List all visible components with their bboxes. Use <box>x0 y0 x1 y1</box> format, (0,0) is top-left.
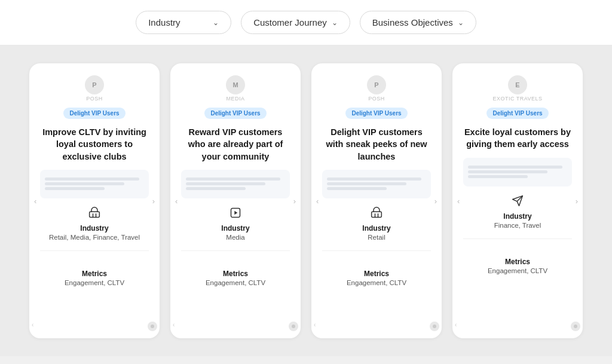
chevron-down-icon: ⌄ <box>213 19 219 27</box>
brand-name: MEDIA <box>226 96 244 102</box>
preview-line <box>327 187 387 190</box>
metrics-value: Engagement, CLTV <box>65 279 124 286</box>
card-next-button[interactable]: › <box>293 197 296 206</box>
svg-rect-0 <box>90 212 100 217</box>
card-title: Improve CLTV by inviting loyal customers… <box>40 126 149 163</box>
card-prev-button[interactable]: ‹ <box>457 197 460 206</box>
card-logo-area: P POSH <box>367 75 386 102</box>
metrics-label: Metrics <box>82 270 107 278</box>
card-logo-area: E EXOTIC TRAVELS <box>492 75 542 102</box>
store-icon <box>88 207 100 222</box>
preview-line <box>468 166 562 169</box>
card-logo-area: M MEDIA <box>226 75 245 102</box>
card-preview <box>181 170 290 198</box>
preview-line <box>186 182 265 185</box>
industry-value: Media <box>226 234 244 241</box>
card-1: ‹ P POSH Delight VIP Users Improve CLTV … <box>29 63 160 338</box>
preview-line <box>186 187 246 190</box>
industry-value: Retail, Media, Finance, Travel <box>49 234 140 241</box>
delight-badge: Delight VIP Users <box>204 108 266 119</box>
divider <box>40 250 149 251</box>
card-prev-button[interactable]: ‹ <box>175 197 178 206</box>
delight-badge: Delight VIP Users <box>486 108 548 119</box>
card-preview <box>322 170 431 198</box>
brand-logo: M <box>226 75 245 94</box>
industry-section: Industry Retail, Media, Finance, Travel <box>40 207 149 241</box>
svg-point-10 <box>433 325 436 328</box>
divider <box>322 250 431 251</box>
metrics-label: Metrics <box>223 270 248 278</box>
svg-point-11 <box>574 325 577 328</box>
preview-line <box>327 178 421 181</box>
plane-icon <box>512 195 524 210</box>
svg-point-6 <box>292 325 295 328</box>
page-indicator-left: ‹ <box>173 322 175 331</box>
industry-value: Retail <box>368 234 385 241</box>
metrics-label: Metrics <box>364 270 389 278</box>
divider <box>463 238 572 239</box>
metrics-value: Engagement, CLTV <box>488 267 547 274</box>
brand-logo: P <box>367 75 386 94</box>
card-next-button[interactable]: › <box>434 197 437 206</box>
page-indicator-left: ‹ <box>314 322 316 331</box>
metrics-value: Engagement, CLTV <box>206 279 265 286</box>
delight-badge: Delight VIP Users <box>63 108 125 119</box>
business-objectives-dropdown[interactable]: Business Objectives ⌄ <box>360 11 476 34</box>
industry-section: Industry Finance, Travel <box>463 195 572 229</box>
preview-line <box>468 170 547 173</box>
brand-logo: P <box>85 75 104 94</box>
page-indicator-left: ‹ <box>32 322 33 331</box>
metrics-section: Metrics Engagement, CLTV <box>463 243 572 274</box>
industry-label: Industry <box>362 224 390 233</box>
divider <box>181 250 290 251</box>
preview-line <box>45 178 139 181</box>
svg-rect-7 <box>372 212 382 217</box>
play-icon <box>230 207 241 222</box>
chevron-down-icon: ⌄ <box>332 19 338 27</box>
brand-name: EXOTIC TRAVELS <box>492 96 542 102</box>
industry-section: Industry Retail <box>322 207 431 241</box>
page-dot <box>289 322 298 331</box>
card-bottom-nav: ‹ <box>452 322 583 331</box>
preview-line <box>468 175 528 178</box>
cards-container: ‹ P POSH Delight VIP Users Improve CLTV … <box>0 45 612 356</box>
card-bottom-nav: ‹ <box>311 322 442 331</box>
card-title: Delight VIP customers with sneak peeks o… <box>322 126 431 163</box>
preview-line <box>186 178 280 181</box>
card-prev-button[interactable]: ‹ <box>316 197 319 206</box>
card-3: ‹ P POSH Delight VIP Users Delight VIP c… <box>311 63 442 338</box>
card-preview <box>463 158 572 186</box>
page-dot <box>148 322 157 331</box>
card-preview <box>40 170 149 198</box>
metrics-label: Metrics <box>505 258 530 266</box>
industry-label: Industry <box>148 17 180 27</box>
card-bottom-nav: ‹ <box>170 322 301 331</box>
customer-journey-dropdown[interactable]: Customer Journey ⌄ <box>241 11 350 34</box>
preview-line <box>45 187 105 190</box>
card-2: ‹ M MEDIA Delight VIP Users Reward VIP c… <box>170 63 301 338</box>
customer-journey-label: Customer Journey <box>253 17 327 27</box>
card-title: Reward VIP customers who are already par… <box>181 126 290 163</box>
page-indicator-left: ‹ <box>455 322 457 331</box>
brand-logo: E <box>508 75 527 94</box>
card-next-button[interactable]: › <box>576 197 578 206</box>
store-icon <box>371 207 382 222</box>
svg-marker-5 <box>234 211 237 215</box>
brand-name: POSH <box>86 96 103 102</box>
industry-label: Industry <box>221 224 249 233</box>
card-4: ‹ E EXOTIC TRAVELS Delight VIP Users Exc… <box>452 63 583 338</box>
metrics-section: Metrics Engagement, CLTV <box>322 255 431 286</box>
metrics-section: Metrics Engagement, CLTV <box>40 255 149 286</box>
brand-name: POSH <box>368 96 385 102</box>
card-prev-button[interactable]: ‹ <box>34 197 36 206</box>
card-next-button[interactable]: › <box>152 197 155 206</box>
page-dot <box>571 322 580 331</box>
page-dot <box>430 322 439 331</box>
card-logo-area: P POSH <box>85 75 104 102</box>
delight-badge: Delight VIP Users <box>345 108 407 119</box>
card-title: Excite loyal customers by giving them ea… <box>463 126 572 151</box>
industry-dropdown[interactable]: Industry ⌄ <box>136 11 231 34</box>
industry-value: Finance, Travel <box>494 222 541 229</box>
metrics-section: Metrics Engagement, CLTV <box>181 255 290 286</box>
preview-line <box>327 182 406 185</box>
